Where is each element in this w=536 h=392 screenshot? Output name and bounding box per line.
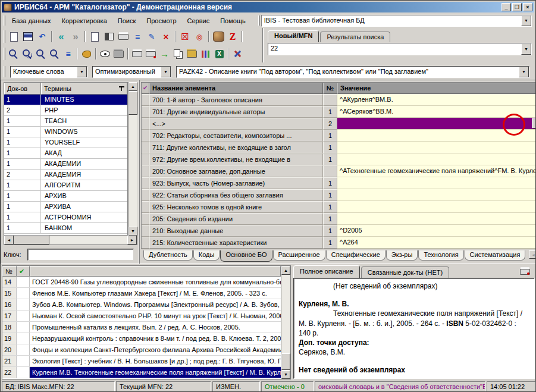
- field-row[interactable]: 972: Другие врем.коллективы, не входящие…: [142, 153, 536, 165]
- record-check[interactable]: [17, 299, 30, 310]
- field-row[interactable]: 702: Редакторы, составители, композиторы…: [142, 130, 536, 142]
- print-icon[interactable]: [130, 47, 144, 61]
- field-value[interactable]: ^A264: [337, 237, 536, 249]
- records-col-desc[interactable]: [30, 266, 281, 277]
- record-check[interactable]: [17, 356, 30, 366]
- scroll-left-icon[interactable]: ◄: [4, 236, 14, 244]
- tab-main-bo[interactable]: Основное БО: [220, 250, 272, 262]
- record-check[interactable]: [17, 367, 30, 378]
- toolbar-grip[interactable]: [4, 15, 5, 26]
- paste-record-icon[interactable]: [185, 47, 199, 61]
- field-row[interactable]: 200: Основное заглавие, доп.данные^АТехн…: [142, 165, 536, 177]
- field-value[interactable]: [337, 213, 536, 225]
- maximize-button[interactable]: ❐: [512, 3, 522, 11]
- delete-record-icon[interactable]: ×: [159, 30, 173, 43]
- copy-record-icon[interactable]: [171, 47, 185, 61]
- field-row[interactable]: 700: 1-й автор - Заголовок описания^АКур…: [142, 94, 536, 106]
- print-description-icon[interactable]: [518, 266, 531, 277]
- field-row[interactable]: 701: Другие индивидуальные авторы1^АСеря…: [142, 106, 536, 118]
- excel-icon[interactable]: [212, 47, 226, 61]
- menu-edit[interactable]: Корректировка: [57, 15, 112, 26]
- term-row[interactable]: 1TEACH: [4, 116, 127, 127]
- record-row[interactable]: 17Ньюман К. Освой самостоятельно PHP. 10…: [2, 311, 281, 322]
- menu-service[interactable]: Сервис: [182, 15, 215, 26]
- tab-technology[interactable]: Технология: [418, 250, 463, 261]
- field-row[interactable]: 205: Сведения об издании1: [142, 213, 536, 225]
- record-row[interactable]: 20Фонды и коллекции Санкт-Петербургского…: [2, 344, 281, 356]
- statistics-icon[interactable]: [199, 47, 212, 61]
- close-button[interactable]: ×: [523, 3, 532, 11]
- records-col-num[interactable]: №: [2, 266, 17, 277]
- record-row-selected[interactable]: 22Курленя М.В. Техногенные геомеханическ…: [2, 367, 281, 378]
- term-row[interactable]: 1АРХИВА: [4, 202, 127, 212]
- record-row[interactable]: 14ГОСТ 20448-90 Газы углеводородные сжиж…: [2, 277, 281, 288]
- record-row[interactable]: 21Экология [Текст] : учебник / В. Н. Бол…: [2, 356, 281, 367]
- tab-linked-docs[interactable]: Связанные док-ты (НЕТ): [361, 266, 449, 278]
- record-row[interactable]: 18Промышленный катализ в лекциях. Вып. 2…: [2, 322, 281, 333]
- irbis-logo-icon[interactable]: [211, 30, 225, 43]
- goose-icon[interactable]: [80, 47, 93, 61]
- edit-record-icon[interactable]: ✎: [145, 30, 159, 43]
- term-row[interactable]: 1MINUTES: [4, 95, 127, 105]
- scrollbar-thumb[interactable]: [14, 236, 49, 244]
- dictionary-select[interactable]: Ключевые слова ▼: [10, 66, 87, 78]
- dictionary-tree-icon[interactable]: ≡: [61, 47, 75, 61]
- key-input[interactable]: [27, 249, 134, 261]
- view-layout-icon[interactable]: [102, 30, 116, 43]
- records-vscrollbar[interactable]: ▲ ▼: [281, 266, 290, 379]
- field-value[interactable]: [337, 177, 536, 189]
- record-row[interactable]: 15Фленов М.Е. Компьютер глазами Хакера […: [2, 288, 281, 299]
- field-row[interactable]: 923: Выпуск, часть (Номер-заглавие)1: [142, 177, 536, 189]
- scroll-up-icon[interactable]: ▲: [281, 266, 290, 275]
- terms-col-count[interactable]: Док-ов: [4, 83, 41, 95]
- tab-copies[interactable]: Экз-ры: [386, 250, 418, 261]
- fields-col-name[interactable]: Название элемента: [149, 83, 323, 94]
- tab-dublet[interactable]: Дублетность: [143, 250, 193, 261]
- fulltext-search-icon[interactable]: [48, 47, 61, 61]
- tab-extended[interactable]: Расширенное: [273, 250, 325, 261]
- fields-col-num[interactable]: №: [323, 83, 337, 94]
- tab-systematization[interactable]: Систематизация: [465, 250, 526, 261]
- scrollbar-thumb[interactable]: [281, 353, 290, 370]
- tab-specific[interactable]: Специфические: [326, 250, 385, 261]
- field-value[interactable]: [337, 201, 536, 213]
- z3950-icon[interactable]: Z: [225, 30, 240, 43]
- scrollbar-thumb[interactable]: [128, 91, 137, 115]
- scroll-down-icon[interactable]: ▼: [128, 227, 137, 236]
- tab-search-results[interactable]: Результаты поиска: [320, 32, 390, 42]
- toolbar-grip[interactable]: [4, 66, 5, 77]
- menu-database[interactable]: База данных: [7, 15, 57, 26]
- tab-full-description[interactable]: Полное описание: [293, 265, 360, 278]
- prev-record-icon[interactable]: «: [54, 30, 68, 43]
- record-row[interactable]: 19Неразрушающий контроль : справочник в …: [2, 333, 281, 344]
- term-row[interactable]: 2АКАДЕМИЯ: [4, 170, 127, 180]
- field-value[interactable]: [337, 189, 536, 201]
- field-value[interactable]: ^АКурленя^ВМ.В.: [337, 94, 536, 106]
- field-row[interactable]: 711: Другие коллективы, не входящие в за…: [142, 142, 536, 153]
- term-row[interactable]: 1АРХИВ: [4, 191, 127, 202]
- worksheet-select[interactable]: PAZK42 - Описание книги "Под автором", "…: [176, 66, 529, 78]
- record-row[interactable]: 16Зубов А.В. Компьютер. Windows. Програм…: [2, 299, 281, 311]
- field-template-icon[interactable]: ≡: [130, 30, 145, 43]
- term-row[interactable]: 1WINDOWS: [4, 127, 127, 137]
- dropdown-arrow-icon[interactable]: ▼: [77, 67, 87, 77]
- complex-search-icon[interactable]: [34, 47, 48, 61]
- dropdown-arrow-icon[interactable]: ▼: [521, 43, 531, 55]
- export-icon[interactable]: →: [158, 47, 171, 61]
- cancel-record-icon[interactable]: ☒: [178, 30, 192, 43]
- field-value[interactable]: [337, 142, 536, 153]
- terms-vscrollbar[interactable]: ▲ ▼: [128, 82, 137, 236]
- field-row[interactable]: 922: Статьи сборника без общего заглавия…: [142, 189, 536, 201]
- term-row[interactable]: 2PHP: [4, 105, 127, 116]
- field-value[interactable]: ...: [337, 118, 536, 130]
- fields-col-value[interactable]: Значение: [337, 83, 536, 94]
- record-check[interactable]: [17, 277, 30, 287]
- undo-icon[interactable]: ↶: [35, 30, 49, 43]
- field-value[interactable]: ^D2005: [337, 225, 536, 237]
- duplicate-record-icon[interactable]: [87, 30, 102, 43]
- record-check[interactable]: [17, 322, 30, 333]
- print-record-icon[interactable]: [116, 30, 130, 43]
- ellipsis-button[interactable]: ...: [532, 118, 536, 128]
- field-value[interactable]: ^АСеряков^ВВ.М.: [337, 106, 536, 118]
- term-row[interactable]: 1АСТРОНОМИЯ: [4, 212, 127, 223]
